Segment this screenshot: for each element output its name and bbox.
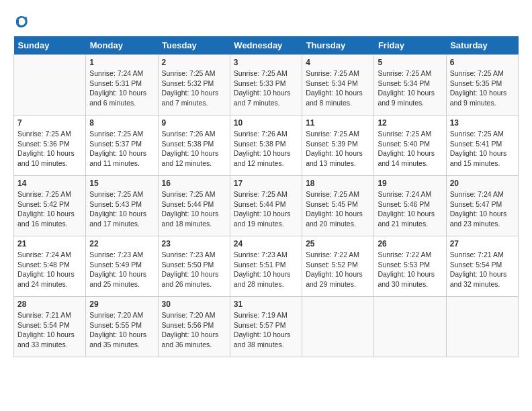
calendar-cell: 5Sunrise: 7:25 AMSunset: 5:34 PMDaylight… <box>374 55 446 116</box>
day-number: 28 <box>17 300 82 309</box>
week-row-2: 7Sunrise: 7:25 AMSunset: 5:36 PMDaylight… <box>14 116 519 176</box>
day-number: 8 <box>89 118 154 128</box>
daylight-text: Daylight: 10 hours and 21 minutes. <box>378 210 435 228</box>
daylight-text: Daylight: 10 hours and 12 minutes. <box>162 149 219 167</box>
sunrise-text: Sunrise: 7:25 AM <box>378 69 431 77</box>
calendar-cell: 14Sunrise: 7:25 AMSunset: 5:42 PMDayligh… <box>14 176 86 236</box>
daylight-text: Daylight: 10 hours and 28 minutes. <box>234 270 291 288</box>
day-number: 27 <box>450 239 515 248</box>
day-number: 5 <box>378 58 442 67</box>
header-thursday: Thursday <box>302 36 374 55</box>
sunrise-text: Sunrise: 7:25 AM <box>162 69 216 77</box>
daylight-text: Daylight: 10 hours and 13 minutes. <box>306 149 363 167</box>
sunrise-text: Sunrise: 7:25 AM <box>450 130 504 138</box>
daylight-text: Daylight: 10 hours and 26 minutes. <box>162 270 219 288</box>
calendar-cell: 18Sunrise: 7:25 AMSunset: 5:45 PMDayligh… <box>302 176 374 236</box>
calendar-cell: 31Sunrise: 7:19 AMSunset: 5:57 PMDayligh… <box>230 297 302 357</box>
day-number: 11 <box>306 118 370 128</box>
sunrise-text: Sunrise: 7:24 AM <box>378 190 431 198</box>
day-info: Sunrise: 7:20 AMSunset: 5:56 PMDaylight:… <box>162 310 226 350</box>
sunset-text: Sunset: 5:37 PM <box>89 140 142 148</box>
header-sunday: Sunday <box>14 36 86 55</box>
day-info: Sunrise: 7:25 AMSunset: 5:45 PMDaylight:… <box>306 189 370 229</box>
calendar-cell: 29Sunrise: 7:20 AMSunset: 5:55 PMDayligh… <box>86 297 158 357</box>
day-number: 22 <box>89 239 154 248</box>
day-info: Sunrise: 7:25 AMSunset: 5:40 PMDaylight:… <box>378 129 442 169</box>
logo-icon <box>13 13 30 30</box>
header-saturday: Saturday <box>446 36 518 55</box>
daylight-text: Daylight: 10 hours and 24 minutes. <box>17 270 75 288</box>
day-info: Sunrise: 7:25 AMSunset: 5:36 PMDaylight:… <box>17 129 82 169</box>
sunrise-text: Sunrise: 7:25 AM <box>234 190 287 198</box>
calendar-cell: 15Sunrise: 7:25 AMSunset: 5:43 PMDayligh… <box>86 176 158 236</box>
sunrise-text: Sunrise: 7:24 AM <box>17 250 71 259</box>
calendar-cell: 25Sunrise: 7:22 AMSunset: 5:52 PMDayligh… <box>302 236 374 297</box>
calendar-cell: 16Sunrise: 7:25 AMSunset: 5:44 PMDayligh… <box>158 176 230 236</box>
daylight-text: Daylight: 10 hours and 35 minutes. <box>89 330 146 349</box>
sunset-text: Sunset: 5:33 PM <box>234 79 286 87</box>
day-number: 29 <box>89 300 154 309</box>
daylight-text: Daylight: 10 hours and 30 minutes. <box>378 270 435 288</box>
calendar-cell: 8Sunrise: 7:25 AMSunset: 5:37 PMDaylight… <box>86 116 158 176</box>
daylight-text: Daylight: 10 hours and 18 minutes. <box>162 210 219 228</box>
calendar-cell: 17Sunrise: 7:25 AMSunset: 5:44 PMDayligh… <box>230 176 302 236</box>
calendar-cell: 20Sunrise: 7:24 AMSunset: 5:47 PMDayligh… <box>446 176 518 236</box>
header-tuesday: Tuesday <box>158 36 230 55</box>
sunset-text: Sunset: 5:48 PM <box>17 261 70 269</box>
daylight-text: Daylight: 10 hours and 16 minutes. <box>17 210 75 228</box>
sunset-text: Sunset: 5:47 PM <box>450 200 502 208</box>
sunset-text: Sunset: 5:43 PM <box>89 200 142 208</box>
daylight-text: Daylight: 10 hours and 36 minutes. <box>162 330 219 349</box>
week-row-3: 14Sunrise: 7:25 AMSunset: 5:42 PMDayligh… <box>14 176 519 236</box>
sunset-text: Sunset: 5:42 PM <box>17 200 70 208</box>
calendar-cell: 28Sunrise: 7:21 AMSunset: 5:54 PMDayligh… <box>14 297 86 357</box>
daylight-text: Daylight: 10 hours and 33 minutes. <box>17 330 75 349</box>
day-info: Sunrise: 7:23 AMSunset: 5:49 PMDaylight:… <box>89 250 154 289</box>
sunrise-text: Sunrise: 7:22 AM <box>378 250 431 259</box>
day-number: 25 <box>306 239 370 248</box>
day-info: Sunrise: 7:25 AMSunset: 5:33 PMDaylight:… <box>234 68 298 108</box>
sunset-text: Sunset: 5:56 PM <box>162 321 214 329</box>
day-info: Sunrise: 7:25 AMSunset: 5:34 PMDaylight:… <box>306 68 370 108</box>
calendar-cell <box>446 297 518 357</box>
calendar-cell: 19Sunrise: 7:24 AMSunset: 5:46 PMDayligh… <box>374 176 446 236</box>
week-row-1: 1Sunrise: 7:24 AMSunset: 5:31 PMDaylight… <box>14 55 519 116</box>
day-info: Sunrise: 7:25 AMSunset: 5:43 PMDaylight:… <box>89 189 154 229</box>
sunrise-text: Sunrise: 7:25 AM <box>378 130 431 138</box>
day-number: 4 <box>306 58 370 67</box>
day-number: 2 <box>162 58 226 67</box>
day-info: Sunrise: 7:26 AMSunset: 5:38 PMDaylight:… <box>234 129 298 169</box>
sunset-text: Sunset: 5:55 PM <box>89 321 142 329</box>
calendar-cell: 24Sunrise: 7:23 AMSunset: 5:51 PMDayligh… <box>230 236 302 297</box>
page-header <box>13 13 519 30</box>
day-number: 10 <box>234 118 298 128</box>
sunset-text: Sunset: 5:39 PM <box>306 140 358 148</box>
day-info: Sunrise: 7:26 AMSunset: 5:38 PMDaylight:… <box>162 129 226 169</box>
calendar-cell: 2Sunrise: 7:25 AMSunset: 5:32 PMDaylight… <box>158 55 230 116</box>
sunset-text: Sunset: 5:41 PM <box>450 140 502 148</box>
sunrise-text: Sunrise: 7:25 AM <box>306 69 359 77</box>
sunset-text: Sunset: 5:34 PM <box>306 79 358 87</box>
sunrise-text: Sunrise: 7:19 AM <box>234 311 287 319</box>
sunrise-text: Sunrise: 7:24 AM <box>450 190 504 198</box>
sunset-text: Sunset: 5:45 PM <box>306 200 358 208</box>
calendar-cell: 11Sunrise: 7:25 AMSunset: 5:39 PMDayligh… <box>302 116 374 176</box>
calendar-cell <box>302 297 374 357</box>
sunset-text: Sunset: 5:54 PM <box>450 261 502 269</box>
day-number: 14 <box>17 179 82 188</box>
daylight-text: Daylight: 10 hours and 25 minutes. <box>89 270 146 288</box>
sunrise-text: Sunrise: 7:26 AM <box>162 130 216 138</box>
sunset-text: Sunset: 5:54 PM <box>17 321 70 329</box>
day-info: Sunrise: 7:25 AMSunset: 5:44 PMDaylight:… <box>162 189 226 229</box>
sunrise-text: Sunrise: 7:25 AM <box>89 190 143 198</box>
calendar-cell: 7Sunrise: 7:25 AMSunset: 5:36 PMDaylight… <box>14 116 86 176</box>
calendar-cell: 26Sunrise: 7:22 AMSunset: 5:53 PMDayligh… <box>374 236 446 297</box>
sunset-text: Sunset: 5:51 PM <box>234 261 286 269</box>
calendar-cell: 10Sunrise: 7:26 AMSunset: 5:38 PMDayligh… <box>230 116 302 176</box>
sunset-text: Sunset: 5:46 PM <box>378 200 430 208</box>
sunset-text: Sunset: 5:34 PM <box>378 79 430 87</box>
day-info: Sunrise: 7:20 AMSunset: 5:55 PMDaylight:… <box>89 310 154 350</box>
sunset-text: Sunset: 5:44 PM <box>162 200 214 208</box>
sunset-text: Sunset: 5:49 PM <box>89 261 142 269</box>
sunrise-text: Sunrise: 7:25 AM <box>306 130 359 138</box>
